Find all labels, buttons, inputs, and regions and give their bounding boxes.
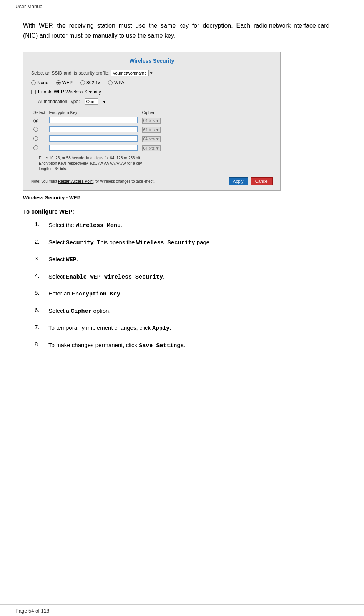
- step-8-bold: Save Settings: [139, 342, 184, 349]
- step-2: 2. Select Security. This opens the Wirel…: [35, 238, 341, 248]
- key4-radio[interactable]: [33, 145, 38, 150]
- radio-none[interactable]: None: [31, 80, 48, 85]
- step-4: 4. Select Enable WEP Wireless Security.: [35, 272, 341, 282]
- ssid-dropdown-arrow: ▼: [150, 71, 153, 75]
- key3-cipher[interactable]: 64 bits ▼: [142, 136, 161, 142]
- step-4-bold: Enable WEP Wireless Security: [66, 274, 163, 280]
- security-type-radio-group: None WEP 802.1x WPA: [31, 80, 273, 85]
- configure-heading: To configure WEP:: [23, 208, 341, 215]
- step-3-num: 3.: [35, 255, 44, 265]
- key4-cipher[interactable]: 64 bits ▼: [142, 145, 161, 151]
- cancel-button[interactable]: Cancel: [251, 177, 273, 185]
- step-2-bold2: Wireless Security: [136, 240, 195, 246]
- key1-radio[interactable]: [33, 119, 38, 123]
- key1-cipher[interactable]: 64 bits ▼: [142, 118, 161, 124]
- ssid-row: Select an SSID and its security profile:…: [31, 70, 273, 76]
- ws-footer: Note: you must Restart Access Point for …: [31, 175, 273, 185]
- key4-input[interactable]: [49, 145, 138, 151]
- key3-radio[interactable]: [33, 136, 38, 141]
- step-8-num: 8.: [35, 341, 44, 351]
- step-1-num: 1.: [35, 221, 44, 230]
- steps-list: 1. Select the Wireless Menu. 2. Select S…: [23, 221, 341, 350]
- auth-label: Authentication Type:: [38, 99, 80, 104]
- key2-radio[interactable]: [33, 127, 38, 132]
- step-6: 6. Select a Cipher option.: [35, 307, 341, 316]
- key-row-3: 64 bits ▼: [32, 135, 272, 143]
- encryption-keys-table: Select Encryption Key Cipher 64 bits ▼: [31, 109, 273, 153]
- key-row-1: 64 bits ▼: [32, 116, 272, 125]
- step-1: 1. Select the Wireless Menu.: [35, 221, 341, 230]
- radio-none-circle: [31, 80, 36, 85]
- step-5-num: 5.: [35, 289, 44, 299]
- wireless-security-screenshot: Wireless Security Select an SSID and its…: [23, 52, 281, 191]
- col-encryption-key: Encryption Key: [48, 109, 140, 115]
- step-7-bold: Apply: [152, 325, 170, 332]
- radio-wpa-label: WPA: [114, 80, 124, 85]
- step-6-bold: Cipher: [71, 308, 91, 315]
- page-content: With WEP, the receiving station must use…: [0, 9, 364, 381]
- page-number: Page 54 of 118: [15, 608, 49, 614]
- radio-8021x-label: 802.1x: [86, 80, 100, 85]
- step-8-text: To make changes permanent, click Save Se…: [48, 341, 185, 351]
- col-cipher: Cipher: [141, 109, 272, 115]
- key2-cipher[interactable]: 64 bits ▼: [142, 127, 161, 133]
- step-5: 5. Enter an Encryption Key.: [35, 289, 341, 299]
- radio-wep-label: WEP: [62, 80, 73, 85]
- apply-button[interactable]: Apply: [229, 177, 248, 185]
- enable-wep-checkbox[interactable]: [31, 90, 36, 94]
- auth-dropdown-arrow: ▼: [102, 100, 106, 104]
- step-2-bold1: Security: [66, 240, 94, 246]
- step-3: 3. Select WEP.: [35, 255, 341, 265]
- footer-bar: Page 54 of 118: [0, 604, 364, 616]
- intro-paragraph: With WEP, the receiving station must use…: [23, 21, 341, 40]
- auth-select[interactable]: Open: [85, 98, 99, 105]
- step-6-num: 6.: [35, 307, 44, 316]
- radio-wpa[interactable]: WPA: [108, 80, 124, 85]
- step-2-num: 2.: [35, 238, 44, 248]
- key3-input[interactable]: [49, 135, 138, 142]
- enable-wep-checkbox-row: Enable WEP Wireless Security: [31, 89, 273, 95]
- key1-input[interactable]: [49, 117, 138, 123]
- step-3-text: Select WEP.: [48, 255, 78, 265]
- step-8: 8. To make changes permanent, click Save…: [35, 341, 341, 351]
- header-label: User Manual: [15, 3, 44, 9]
- step-7-text: To temporarily implement changes, click …: [48, 324, 171, 333]
- radio-wep[interactable]: WEP: [56, 80, 73, 85]
- enable-wep-label: Enable WEP Wireless Security: [38, 89, 101, 95]
- step-7: 7. To temporarily implement changes, cli…: [35, 324, 341, 333]
- footer-note: Note: you must Restart Access Point for …: [31, 179, 155, 184]
- col-select: Select: [32, 109, 47, 115]
- ws-title: Wireless Security: [31, 58, 273, 64]
- auth-type-row: Authentication Type: Open ▼: [31, 98, 273, 105]
- step-1-text: Select the Wireless Menu.: [48, 221, 122, 230]
- radio-8021x[interactable]: 802.1x: [80, 80, 100, 85]
- step-4-text: Select Enable WEP Wireless Security.: [48, 272, 165, 282]
- footer-buttons: Apply Cancel: [229, 177, 273, 185]
- radio-none-label: None: [37, 80, 48, 85]
- step-2-text: Select Security. This opens the Wireless…: [48, 238, 211, 248]
- key-row-4: 64 bits ▼: [32, 144, 272, 152]
- restart-ap-link[interactable]: Restart Access Point: [58, 179, 93, 184]
- radio-wpa-circle: [108, 80, 113, 85]
- step-5-text: Enter an Encryption Key.: [48, 289, 122, 299]
- ssid-label: Select an SSID and its security profile:: [31, 70, 110, 76]
- ssid-select[interactable]: yournetworkname: [111, 70, 148, 76]
- ws-panel: Wireless Security Select an SSID and its…: [23, 52, 280, 190]
- radio-8021x-circle: [80, 80, 85, 85]
- step-6-text: Select a Cipher option.: [48, 307, 111, 316]
- step-3-bold: WEP: [66, 257, 76, 263]
- step-4-num: 4.: [35, 272, 44, 282]
- footer-note-suffix: for Wireless changes to take effect.: [95, 179, 155, 184]
- step-7-num: 7.: [35, 324, 44, 333]
- screenshot-caption: Wireless Security - WEP: [23, 195, 341, 200]
- step-5-bold: Encryption Key: [72, 291, 120, 297]
- step-1-bold: Wireless Menu: [76, 222, 121, 229]
- hint-text: Enter 10, 26, or 58 hexadecimal digits f…: [31, 155, 273, 172]
- key2-input[interactable]: [49, 126, 138, 132]
- footer-note-prefix: Note: you must: [31, 179, 58, 184]
- key-row-2: 64 bits ▼: [32, 125, 272, 134]
- header-bar: User Manual: [0, 0, 364, 9]
- radio-wep-circle: [56, 80, 61, 85]
